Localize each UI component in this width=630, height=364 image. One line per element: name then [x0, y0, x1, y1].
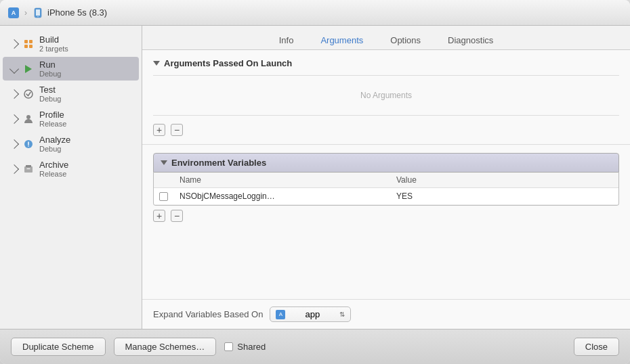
svg-point-12 — [28, 145, 29, 147]
svg-rect-3 — [24, 40, 28, 43]
env-col-name: Name — [180, 175, 396, 185]
svg-rect-6 — [29, 45, 33, 48]
sidebar-item-text-test: Test Debug — [39, 85, 61, 103]
sidebar-item-text-analyze: Analyze Debug — [39, 135, 70, 153]
sidebar-item-text-profile: Profile Release — [39, 110, 66, 128]
svg-rect-13 — [24, 166, 33, 173]
arrow-right-icon-test — [9, 89, 19, 98]
sidebar-item-profile[interactable]: Profile Release — [3, 107, 139, 131]
svg-point-9 — [26, 115, 30, 119]
sidebar-item-text-archive: Archive Release — [39, 160, 68, 178]
svg-point-8 — [24, 90, 33, 98]
sidebar-item-text-build: Build 2 targets — [39, 35, 68, 53]
dropdown-arrows-icon: ⇅ — [339, 311, 345, 318]
sidebar-item-archive[interactable]: Archive Release — [3, 157, 139, 181]
expand-app-icon: A — [276, 310, 285, 319]
env-row-checkbox[interactable] — [159, 192, 168, 201]
arguments-add-button[interactable]: + — [153, 124, 165, 136]
expand-section: Expand Variables Based On A app ⇅ — [142, 299, 630, 329]
manage-schemes-button[interactable]: Manage Schemes… — [114, 338, 217, 356]
env-section: Environment Variables Name Value NSObjCM… — [142, 145, 630, 299]
sidebar: Build 2 targets Run Debug — [0, 26, 142, 329]
svg-rect-1 — [36, 9, 40, 16]
arrow-right-icon-analyze — [9, 139, 19, 148]
tab-options[interactable]: Options — [377, 31, 434, 49]
sidebar-item-name-run: Run — [39, 60, 61, 70]
main-content: Build 2 targets Run Debug — [0, 26, 630, 329]
sidebar-item-name-archive: Archive — [39, 160, 68, 170]
env-section-header: Environment Variables — [153, 153, 619, 173]
arguments-remove-button[interactable]: − — [171, 124, 183, 136]
tab-diagnostics[interactable]: Diagnostics — [434, 31, 507, 49]
env-table-header: Name Value — [154, 173, 618, 188]
env-col-checkbox — [159, 175, 180, 185]
tab-info[interactable]: Info — [266, 31, 308, 49]
divider-bottom — [153, 115, 619, 116]
sidebar-item-analyze[interactable]: Analyze Debug — [3, 132, 139, 156]
sidebar-item-subtitle-build: 2 targets — [39, 45, 68, 53]
analyze-icon — [23, 139, 34, 150]
sidebar-item-subtitle-test: Debug — [39, 95, 61, 103]
env-add-button[interactable]: + — [153, 210, 165, 222]
bottom-left-controls: Duplicate Scheme Manage Schemes… Shared — [11, 338, 266, 356]
sidebar-item-text-run: Run Debug — [39, 60, 61, 78]
svg-rect-5 — [24, 45, 28, 48]
env-remove-button[interactable]: − — [171, 210, 183, 222]
app-icon: A — [8, 7, 19, 18]
shared-checkbox-container: Shared — [224, 342, 266, 352]
env-add-remove: + − — [153, 206, 619, 222]
arguments-section-title: Arguments Passed On Launch — [164, 58, 292, 68]
env-row-name: NSObjCMessageLoggin… — [180, 191, 396, 201]
arguments-add-remove: + − — [153, 120, 619, 136]
arguments-collapse-icon[interactable] — [153, 61, 160, 66]
env-table: Name Value NSObjCMessageLoggin… YES — [153, 173, 619, 206]
main-window: A › iPhone 5s (8.3) — [0, 0, 630, 364]
expand-label: Expand Variables Based On — [153, 309, 263, 319]
sidebar-item-run[interactable]: Run Debug — [3, 57, 139, 81]
env-row-value: YES — [396, 191, 613, 201]
arrow-right-icon-profile — [9, 114, 19, 123]
arguments-section-header: Arguments Passed On Launch — [153, 58, 619, 68]
device-name: iPhone 5s (8.3) — [47, 7, 107, 18]
sidebar-item-name-analyze: Analyze — [39, 135, 70, 145]
expand-dropdown-value: app — [306, 309, 320, 319]
sidebar-item-build[interactable]: Build 2 targets — [3, 32, 139, 55]
sidebar-item-subtitle-analyze: Debug — [39, 145, 70, 153]
title-bar: A › iPhone 5s (8.3) — [0, 0, 630, 26]
sidebar-item-name-test: Test — [39, 85, 61, 95]
env-table-row[interactable]: NSObjCMessageLoggin… YES — [154, 188, 618, 205]
env-col-value: Value — [396, 175, 613, 185]
archive-icon — [23, 164, 34, 175]
shared-checkbox[interactable] — [224, 342, 233, 351]
svg-rect-14 — [26, 165, 31, 167]
tab-content-arguments: Arguments Passed On Launch No Arguments … — [142, 50, 630, 329]
sidebar-item-name-profile: Profile — [39, 110, 66, 120]
arrow-right-icon — [9, 39, 19, 48]
bottom-bar: Duplicate Scheme Manage Schemes… Shared … — [0, 329, 630, 364]
profile-icon — [23, 114, 34, 124]
sidebar-item-subtitle-run: Debug — [39, 70, 61, 78]
arguments-section: Arguments Passed On Launch No Arguments … — [142, 50, 630, 145]
sidebar-item-subtitle-profile: Release — [39, 120, 66, 128]
divider-top — [153, 75, 619, 76]
env-collapse-icon[interactable] — [161, 160, 167, 165]
iphone-icon — [33, 7, 43, 18]
run-icon — [23, 64, 34, 74]
breadcrumb-separator: › — [24, 8, 27, 18]
sidebar-item-subtitle-archive: Release — [39, 170, 68, 178]
sidebar-item-test[interactable]: Test Debug — [3, 82, 139, 106]
tab-arguments[interactable]: Arguments — [307, 31, 377, 49]
expand-dropdown[interactable]: A app ⇅ — [270, 306, 351, 322]
arrow-right-icon-archive — [9, 164, 19, 173]
duplicate-scheme-button[interactable]: Duplicate Scheme — [11, 338, 106, 356]
arrow-down-icon — [9, 64, 19, 73]
build-icon — [23, 39, 34, 49]
env-section-title: Environment Variables — [171, 158, 266, 168]
close-button[interactable]: Close — [574, 338, 619, 356]
svg-marker-7 — [25, 65, 32, 73]
shared-label: Shared — [237, 342, 266, 352]
svg-point-2 — [37, 16, 39, 17]
no-arguments-message: No Arguments — [153, 80, 619, 111]
bottom-right-controls: Close — [574, 338, 619, 356]
sidebar-item-name-build: Build — [39, 35, 68, 45]
